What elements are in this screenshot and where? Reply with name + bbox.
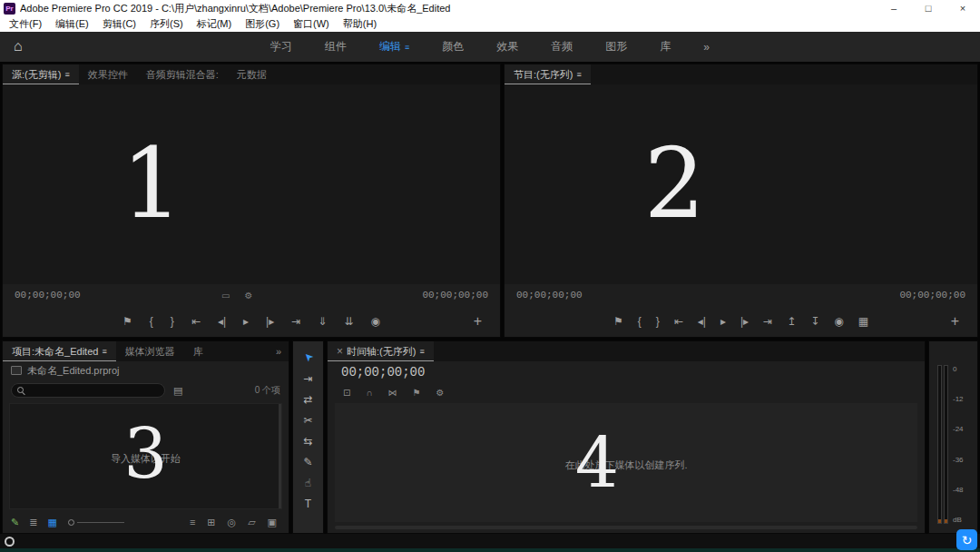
tab-project[interactable]: 项目:未命名_Edited≡: [3, 341, 116, 361]
pen-tool[interactable]: ✎: [293, 452, 323, 471]
timeline-header: 00;00;00;00: [328, 361, 925, 383]
sync-status-icon[interactable]: [5, 537, 15, 547]
play-icon[interactable]: ▸: [720, 315, 726, 328]
search-bin-icon[interactable]: ▤: [173, 385, 182, 397]
project-writable-icon[interactable]: ✎: [11, 517, 19, 528]
close-button[interactable]: ×: [946, 0, 980, 16]
timeline-toolbar: ⊡∩⋈⚑⚙: [328, 383, 925, 401]
step-forward-icon[interactable]: |▸: [740, 315, 749, 328]
add-marker-icon[interactable]: ⚑: [122, 315, 132, 328]
tab-metadata[interactable]: 元数据: [228, 64, 276, 84]
insert-overwrite-sequence-icon[interactable]: ⊡: [343, 388, 350, 398]
add-marker-icon[interactable]: ⚑: [613, 315, 623, 328]
audio-meter-bar-right: [944, 365, 948, 524]
zoom-slider-knob[interactable]: [68, 519, 74, 526]
overwrite-icon[interactable]: ⇊: [344, 315, 353, 328]
go-to-out-icon[interactable]: ⇥: [763, 315, 772, 328]
menu-item[interactable]: 编辑(E): [55, 17, 89, 31]
project-toolbar-right: ≡⊞◎▱▣: [190, 517, 280, 528]
find-icon[interactable]: ◎: [228, 517, 237, 528]
menu-item[interactable]: 图形(G): [245, 17, 279, 31]
export-frame-icon[interactable]: ◉: [834, 315, 843, 328]
slip-tool[interactable]: ⇆: [293, 431, 323, 450]
panel-overflow-icon[interactable]: »: [267, 341, 289, 361]
ripple-edit-tool[interactable]: ⇄: [293, 389, 323, 409]
workspace-overflow-icon[interactable]: »: [703, 41, 710, 54]
menu-item[interactable]: 帮助(H): [343, 17, 377, 31]
go-to-in-icon[interactable]: ⇤: [191, 315, 201, 328]
panel-menu-icon[interactable]: ≡: [64, 70, 69, 79]
step-forward-icon[interactable]: |▸: [266, 315, 274, 328]
button-editor-icon[interactable]: +: [951, 313, 959, 330]
list-view-icon[interactable]: ≣: [29, 517, 37, 528]
mark-in-icon[interactable]: {: [638, 315, 642, 328]
project-file-row[interactable]: 未命名_Edited.prproj: [3, 361, 289, 380]
workspace-tab-audio[interactable]: 音频: [551, 39, 573, 54]
menu-item[interactable]: 标记(M): [197, 17, 232, 31]
tab-source[interactable]: 源:(无剪辑)≡: [3, 64, 79, 84]
go-to-in-icon[interactable]: ⇤: [674, 315, 683, 328]
play-icon[interactable]: ▸: [243, 315, 249, 328]
extract-icon[interactable]: ↧: [810, 315, 819, 328]
timeline-drop-area[interactable]: 在此处放下媒体以创建序列. 4: [335, 403, 917, 522]
automate-to-sequence-icon[interactable]: ⊞: [207, 517, 215, 528]
menu-item[interactable]: 序列(S): [150, 17, 183, 31]
project-content-area[interactable]: 导入媒体以开始 3: [9, 403, 282, 509]
zoom-slider[interactable]: [68, 519, 124, 526]
mark-out-icon[interactable]: }: [171, 315, 174, 328]
workspace-tab-assembly[interactable]: 组件: [325, 39, 347, 54]
tab-libraries[interactable]: 库: [184, 341, 212, 361]
search-box[interactable]: [11, 383, 165, 398]
tab-audio-clip-mixer[interactable]: 音频剪辑混合器:: [137, 64, 228, 84]
new-item-icon[interactable]: ▣: [268, 517, 277, 528]
linked-selection-icon[interactable]: ⋈: [388, 388, 397, 398]
new-bin-icon[interactable]: ▱: [248, 517, 255, 528]
menu-item[interactable]: 窗口(W): [293, 17, 329, 31]
hand-tool[interactable]: ☝: [293, 473, 323, 492]
workspace-tab-libraries[interactable]: 库: [660, 39, 671, 54]
workspace-tab-learn[interactable]: 学习: [270, 39, 292, 54]
export-frame-icon[interactable]: ◉: [370, 315, 379, 328]
home-icon[interactable]: ⌂: [14, 38, 23, 54]
tab-program[interactable]: 节目:(无序列)≡: [505, 64, 591, 84]
panel-menu-icon[interactable]: ≡: [419, 347, 424, 356]
menu-item[interactable]: 文件(F): [9, 17, 42, 31]
menu-item[interactable]: 剪辑(C): [103, 17, 136, 31]
step-back-icon[interactable]: ◂|: [698, 315, 706, 328]
icon-view-icon[interactable]: ▦: [47, 517, 56, 528]
timeline-settings-icon[interactable]: ⚙: [436, 388, 445, 398]
tab-media-browser[interactable]: 媒体浏览器: [116, 341, 184, 361]
workspace-tab-graphics[interactable]: 图形: [605, 39, 627, 54]
workspace-tab-effects[interactable]: 效果: [496, 39, 518, 54]
mark-out-icon[interactable]: }: [656, 315, 660, 328]
panel-menu-icon[interactable]: ≡: [576, 70, 581, 79]
comparison-view-icon[interactable]: ▦: [858, 315, 868, 328]
settings-icon[interactable]: ⚙: [245, 291, 253, 301]
project-file-icon: [11, 366, 22, 375]
zoom-level-icon[interactable]: ▭: [221, 291, 230, 301]
creative-cloud-icon[interactable]: ↻: [956, 529, 977, 550]
step-back-icon[interactable]: ◂|: [218, 315, 226, 328]
snap-icon[interactable]: ∩: [366, 388, 372, 398]
minimize-button[interactable]: –: [877, 0, 911, 16]
close-panel-icon[interactable]: ×: [337, 345, 343, 358]
panel-menu-icon[interactable]: ≡: [102, 347, 106, 356]
workspace-tab-color[interactable]: 颜色: [442, 39, 464, 54]
sort-icon[interactable]: ≡: [190, 517, 195, 527]
add-marker-icon[interactable]: ⚑: [413, 388, 421, 398]
tab-timeline[interactable]: × 时间轴:(无序列) ≡: [328, 341, 434, 361]
type-tool[interactable]: T: [293, 494, 323, 513]
tab-effect-controls[interactable]: 效果控件: [79, 64, 137, 84]
insert-icon[interactable]: ⇓: [318, 315, 327, 328]
maximize-button[interactable]: □: [911, 0, 946, 16]
project-search-input[interactable]: [28, 384, 161, 397]
panel-menu-icon[interactable]: ≡: [405, 43, 409, 52]
lift-icon[interactable]: ↥: [787, 315, 796, 328]
razor-tool[interactable]: ✂: [293, 410, 323, 429]
mark-in-icon[interactable]: {: [150, 315, 153, 328]
workspace-tab-editing[interactable]: 编辑≡: [379, 39, 409, 54]
source-monitor-panel: 源:(无剪辑)≡效果控件音频剪辑混合器:元数据 1 00;00;00;00 ▭⚙…: [2, 64, 501, 338]
timeline-timecode[interactable]: 00;00;00;00: [341, 365, 425, 380]
button-editor-icon[interactable]: +: [474, 313, 482, 330]
go-to-out-icon[interactable]: ⇥: [291, 315, 300, 328]
